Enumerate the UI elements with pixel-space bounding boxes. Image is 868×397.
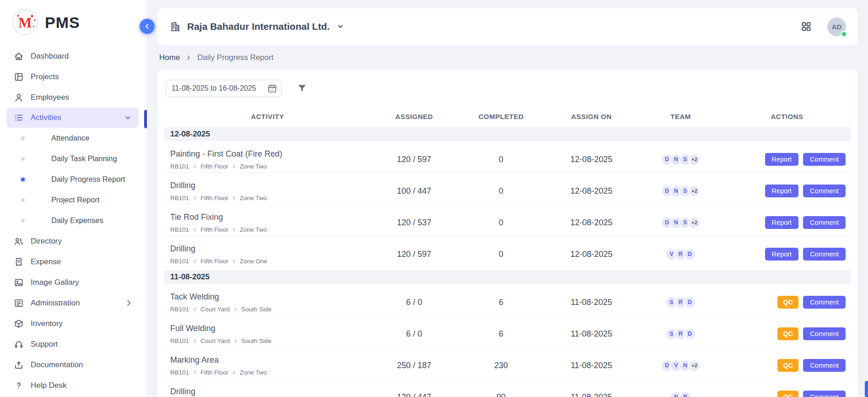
report-card: ACTIVITY ASSIGNED COMPLETED ASSIGN ON TE… [157, 70, 858, 397]
sidebar-item-support[interactable]: Support [0, 334, 147, 354]
sidebar-item-employees[interactable]: Employees [0, 87, 147, 108]
sidebar-item-label: Expense [31, 257, 61, 266]
activity-path: RB101Fifth FloorZone Two [170, 226, 371, 233]
bullet-icon [21, 219, 25, 223]
sidebar-item-documentation[interactable]: Documentation [0, 354, 147, 375]
sidebar-subitem-label: Daily Task Planning [51, 154, 117, 163]
qc-button[interactable]: QC [777, 359, 798, 372]
qc-button[interactable]: QC [777, 327, 798, 340]
completed-cell: 0 [458, 155, 545, 164]
report-button[interactable]: Report [765, 153, 799, 166]
sidebar-subitem-project-report[interactable]: Project Report [0, 190, 147, 210]
comment-button[interactable]: Comment [803, 248, 846, 261]
table-row: DrillingRB101Fifth FloorZone Two100 / 44… [164, 173, 851, 204]
actions-cell: QCComment [723, 359, 851, 372]
report-button[interactable]: Report [765, 216, 799, 229]
sidebar-subitem-label: Project Report [51, 196, 99, 204]
date-range-picker[interactable] [166, 80, 282, 97]
sidebar-item-dashboard[interactable]: Dashboard [0, 46, 147, 66]
sidebar-item-label: Activities [31, 113, 61, 122]
chevron-down-icon [124, 114, 132, 122]
sidebar-subitem-daily-task-planning[interactable]: Daily Task Planning [0, 148, 147, 169]
team-avatar-chip[interactable]: +2 [688, 153, 701, 166]
path-segment: Fifth Floor [200, 258, 228, 265]
team-avatar-chip[interactable]: +2 [688, 185, 701, 197]
team-avatar-chip[interactable]: D [684, 248, 696, 261]
team-avatar-chip[interactable]: R [679, 391, 691, 397]
sidebar-item-administration[interactable]: Administration [0, 293, 147, 313]
chevron-right-icon [232, 259, 237, 264]
chevron-right-icon [192, 227, 197, 232]
actions-cell: QCComment [723, 327, 851, 340]
team-cell: NR [638, 391, 723, 397]
path-segment: Zone Two [240, 369, 267, 376]
sidebar-collapse-button[interactable] [140, 19, 155, 34]
path-segment: Fifth Floor [200, 226, 228, 233]
activity-title: Drilling [170, 387, 371, 397]
user-avatar[interactable]: AD [827, 17, 846, 36]
sidebar-item-directory[interactable]: Directory [0, 231, 147, 251]
actions-cell: QCComment [723, 296, 851, 309]
sidebar-item-activities[interactable]: Activities [6, 108, 139, 128]
team-avatar-chip[interactable]: D [684, 328, 696, 340]
completed-cell: 0 [458, 218, 545, 228]
sidebar-item-label: Image Gallary [31, 278, 79, 287]
company-selector[interactable]: Raja Bahadur International Ltd. [169, 21, 345, 33]
sidebar-item-inventory[interactable]: Inventory [0, 313, 147, 334]
apps-grid-icon[interactable] [801, 21, 812, 32]
qc-button[interactable]: QC [777, 296, 798, 309]
team-cell: DNS+2 [638, 153, 723, 166]
report-button[interactable]: Report [765, 248, 799, 261]
scrollbar-thumb[interactable] [865, 381, 868, 397]
path-segment: RB101 [170, 337, 189, 344]
sidebar-item-image-gallary[interactable]: Image Gallary [0, 272, 147, 293]
comment-button[interactable]: Comment [803, 296, 846, 309]
chevron-right-icon [232, 196, 237, 201]
assigned-cell: 120 / 597 [371, 250, 458, 259]
table-row: DrillingRB101Fifth FloorZone One120 / 59… [164, 236, 851, 267]
team-cell: SRD [638, 296, 723, 309]
path-segment: Zone One [240, 258, 267, 265]
sidebar-subitem-daily-progress-report[interactable]: Daily Progress Report [0, 169, 147, 190]
bullet-icon [21, 157, 25, 161]
assigned-cell: 6 / 0 [371, 298, 458, 307]
sidebar-subitem-attendance[interactable]: Attendance [0, 128, 147, 148]
sidebar-item-help-desk[interactable]: Help Desk [0, 375, 147, 396]
team-avatar-chip[interactable]: +2 [688, 217, 701, 229]
table-row: Tack WeldingRB101Court YardSouth Side6 /… [164, 284, 851, 315]
comment-button[interactable]: Comment [803, 185, 846, 197]
chevron-right-icon [192, 307, 197, 312]
comment-button[interactable]: Comment [803, 359, 846, 372]
filter-icon[interactable] [297, 83, 307, 94]
comment-button[interactable]: Comment [803, 216, 846, 229]
sidebar-item-projects[interactable]: Projects [0, 66, 147, 87]
chevron-right-icon [192, 338, 197, 343]
activity-cell: Marking AreaRB101Fifth FloorZone Two [164, 355, 371, 376]
team-avatar-chip[interactable]: D [684, 296, 696, 309]
progress-report-table: ACTIVITY ASSIGNED COMPLETED ASSIGN ON TE… [157, 108, 858, 397]
table-header-row: ACTIVITY ASSIGNED COMPLETED ASSIGN ON TE… [157, 108, 858, 125]
date-range-input[interactable] [166, 80, 282, 97]
sidebar-item-label: Administration [31, 299, 80, 308]
path-segment: South Side [241, 337, 271, 344]
app-logo: M PMS [0, 0, 147, 42]
table-row: Marking AreaRB101Fifth FloorZone Two250 … [164, 347, 851, 379]
sidebar-subitem-daily-expenses[interactable]: Daily Expenses [0, 210, 147, 231]
activity-path: RB101Fifth FloorZone Two [170, 369, 371, 376]
sidebar-item-expense[interactable]: Expense [0, 251, 147, 272]
comment-button[interactable]: Comment [803, 391, 846, 397]
calendar-icon [267, 83, 277, 93]
online-status-dot [841, 31, 847, 37]
comment-button[interactable]: Comment [803, 153, 846, 166]
sidebar-item-label: Directory [31, 237, 62, 246]
sidebar-item-label: Projects [31, 72, 59, 82]
comment-button[interactable]: Comment [803, 327, 846, 340]
breadcrumb-home[interactable]: Home [159, 53, 180, 62]
team-avatar-chip[interactable]: +2 [688, 359, 701, 372]
qc-button[interactable]: QC [777, 391, 798, 397]
report-button[interactable]: Report [765, 185, 799, 197]
header-actions: AD [801, 17, 846, 36]
path-segment: RB101 [170, 226, 189, 233]
administration-icon [14, 298, 24, 308]
path-segment: Court Yard [200, 306, 230, 313]
